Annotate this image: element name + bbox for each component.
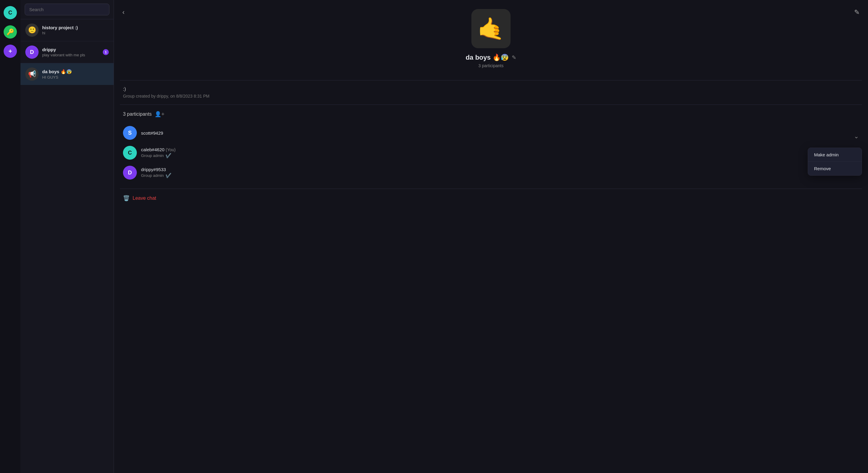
chat-list-panel: 🙂 history project :) hi D drippy play va… <box>21 0 114 473</box>
edit-group-name-icon[interactable]: ✎ <box>512 54 516 61</box>
chat-preview-da-boys: HI GUYS <box>42 75 109 80</box>
chat-item-da-boys[interactable]: 📢 da boys 🔥😰 HI GUYS <box>21 63 114 85</box>
add-participant-icon[interactable]: 👤+ <box>155 111 164 118</box>
edit-icon-top[interactable]: ✎ <box>852 6 862 19</box>
chat-preview-history: hi <box>42 31 109 35</box>
chat-name-drippy: drippy <box>42 47 99 52</box>
chat-item-drippy[interactable]: D drippy play valorant with me pls 1 <box>21 41 114 63</box>
group-description-text: :) <box>123 87 859 92</box>
participant-name-scott: scott#9429 <box>141 130 859 135</box>
participant-avatar-drippy-member: D <box>123 166 137 180</box>
participant-role-caleb: Group admin ✔️ <box>141 153 859 158</box>
nav-icon-c[interactable]: C <box>4 6 17 19</box>
participant-avatar-caleb: C <box>123 146 137 160</box>
context-menu-remove[interactable]: Remove <box>808 161 862 175</box>
chat-avatar-history: 🙂 <box>25 24 38 37</box>
participants-header: 3 participants 👤+ <box>123 111 859 118</box>
chat-name-history: history project :) <box>42 25 109 30</box>
admin-badge-drippy: ✔️ <box>165 172 172 178</box>
group-name: da boys 🔥😰 <box>466 54 509 61</box>
participants-section: 3 participants 👤+ S scott#9429 C caleb#4… <box>114 105 868 189</box>
chat-preview-drippy: play valorant with me pls <box>42 53 99 57</box>
chat-item-history-project[interactable]: 🙂 history project :) hi <box>21 19 114 41</box>
back-button[interactable]: ‹ <box>120 6 127 19</box>
leave-chat-label: Leave chat <box>133 195 156 201</box>
participant-item-caleb[interactable]: C caleb#4620 (You) Group admin ✔️ <box>123 143 859 163</box>
admin-badge-caleb: ✔️ <box>165 153 172 158</box>
nav-icon-key[interactable]: 🔑 <box>4 25 17 38</box>
group-description-section: :) Group created by drippy, on 8/8/2023 … <box>114 81 868 104</box>
leave-chat-section: 🗑️ Leave chat <box>114 189 868 211</box>
context-menu: Make admin Remove <box>808 148 862 176</box>
chat-info-drippy: drippy play valorant with me pls <box>42 47 99 57</box>
nav-sidebar: C 🔑 + <box>0 0 21 473</box>
leave-icon: 🗑️ <box>123 195 130 201</box>
search-container <box>21 0 114 19</box>
chevron-down-button[interactable]: ⌄ <box>854 132 859 140</box>
participant-info-drippy: drippy#9533 Group admin ✔️ <box>141 167 859 178</box>
participant-info-caleb: caleb#4620 (You) Group admin ✔️ <box>141 147 859 158</box>
chat-avatar-da-boys: 📢 <box>25 67 38 81</box>
nav-icon-add[interactable]: + <box>4 44 17 58</box>
chat-info-history: history project :) hi <box>42 25 109 35</box>
participants-count-header: 3 participants <box>478 63 503 68</box>
search-input[interactable] <box>25 4 110 15</box>
group-created-text: Group created by drippy, on 8/8/2023 8:3… <box>123 94 859 98</box>
main-content: ‹ ✎ 🤙 da boys 🔥😰 ✎ 3 participants :) Gro… <box>114 0 868 473</box>
participant-item-scott[interactable]: S scott#9429 <box>123 123 859 143</box>
leave-chat-button[interactable]: 🗑️ Leave chat <box>123 195 156 201</box>
group-header: 🤙 da boys 🔥😰 ✎ 3 participants <box>114 0 868 80</box>
group-name-row: da boys 🔥😰 ✎ <box>466 54 516 61</box>
chat-avatar-drippy: D <box>25 45 38 59</box>
participant-role-drippy: Group admin ✔️ <box>141 172 859 178</box>
unread-badge-drippy: 1 <box>103 49 109 55</box>
participants-title: 3 participants <box>123 112 152 117</box>
participant-avatar-scott: S <box>123 126 137 140</box>
participant-you-label: (You) <box>166 147 176 152</box>
participant-name-caleb: caleb#4620 (You) <box>141 147 859 152</box>
participant-item-drippy[interactable]: D drippy#9533 Group admin ✔️ <box>123 163 859 183</box>
chat-name-da-boys: da boys 🔥😰 <box>42 69 109 74</box>
participant-name-drippy-member: drippy#9533 <box>141 167 859 172</box>
chat-info-da-boys: da boys 🔥😰 HI GUYS <box>42 69 109 80</box>
participant-info-scott: scott#9429 <box>141 130 859 135</box>
context-menu-make-admin[interactable]: Make admin <box>808 148 862 161</box>
group-avatar-large: 🤙 <box>471 9 510 48</box>
